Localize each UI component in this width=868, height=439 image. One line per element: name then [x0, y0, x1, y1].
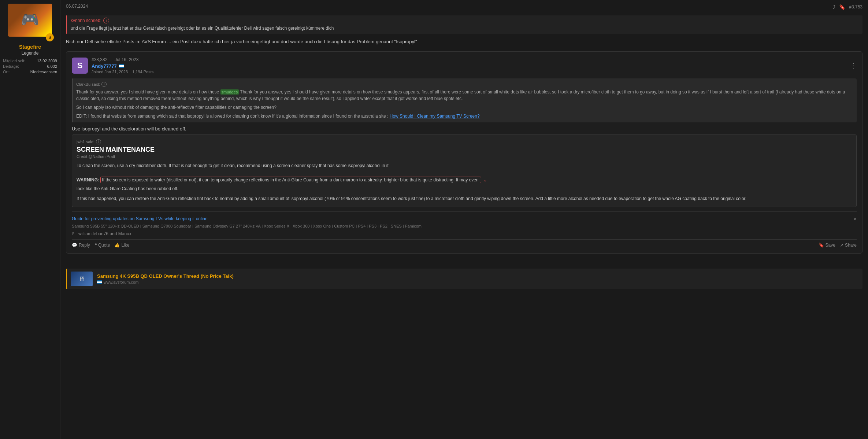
reply-button[interactable]: 💬 Reply — [72, 243, 90, 248]
inner-quote-author: ClarkBu said: i — [76, 81, 853, 88]
flag-icon: 🏳 — [72, 231, 76, 236]
linked-post-preview[interactable]: 🖥 Samsung 4K S95B QD OLED Owner's Thread… — [66, 269, 863, 289]
post-header-bar: ⤴ 🔖 #3.753 — [833, 4, 863, 10]
card-posts: 1,194 Posts — [132, 70, 153, 74]
may-even-text: may even — [460, 177, 479, 182]
card-meta-top: #38,382 · Jul 16, 2023 — [92, 57, 846, 63]
share-label: Share — [845, 243, 857, 248]
divider — [66, 261, 863, 261]
quote-author-text: kvnhnh schrieb: — [71, 18, 101, 23]
share-icon[interactable]: ⤴ — [833, 4, 835, 10]
beitraege-value: 6.002 — [47, 64, 57, 69]
preview-url-text: www.avsforum.com — [104, 280, 138, 284]
beitraege-label: Beiträge: — [3, 64, 19, 69]
card-more-icon[interactable]: ⋮ — [850, 62, 857, 70]
post-number: #3.753 — [849, 4, 863, 10]
card-date: Jul 16, 2023 — [115, 57, 138, 62]
highlight-smudges: smudges — [220, 89, 239, 95]
like-label: Like — [121, 243, 129, 248]
use-iso-text: Use isopropyl and the discoloration will… — [72, 126, 857, 132]
quote-text: und die Frage liegt ja jetzt hat er das … — [71, 25, 859, 32]
card-username[interactable]: Andy77777 — [92, 63, 117, 69]
jwb1-quote-author: jwb1 said: i — [77, 139, 852, 144]
flag-icon-preview — [97, 280, 102, 284]
card-user-info: #38,382 · Jul 16, 2023 Andy77777 Joined … — [92, 57, 846, 74]
bookmark-icon[interactable]: 🔖 — [839, 4, 845, 10]
quote-label: Quote — [98, 243, 110, 248]
user-title: Legende — [22, 51, 39, 56]
warning-label: WARNING: — [77, 177, 99, 182]
save-button[interactable]: 🔖 Save — [819, 243, 835, 248]
reply-label: Reply — [79, 243, 90, 248]
meta-ort: Ort: Niedersachsen — [3, 70, 57, 74]
share-action-icon: ↗ — [840, 243, 843, 248]
action-btns-right: 🔖 Save ↗ Share — [819, 243, 857, 248]
post-date: 06.07.2024 — [66, 4, 88, 9]
restore-text: If this has happened, you can restore th… — [77, 195, 852, 202]
embedded-card: S #38,382 · Jul 16, 2023 Andy77777 Joine… — [66, 51, 863, 254]
post-body: Nich nur Dell siehe etliche Posts im AVS… — [66, 38, 863, 46]
meta-mitglied: Mitglied seit: 13.02.2009 — [3, 59, 57, 63]
reactions-text: william.lebon76 and Manux — [78, 231, 131, 236]
screen-maint-credit: Credit @Nathan Pratt — [77, 154, 852, 159]
avatar-wrapper: S — [8, 4, 52, 40]
arrow-down-icon: ↓ — [483, 172, 487, 185]
inner-card-jwb1: jwb1 said: i SCREEN MAINTENANCE Credit @… — [72, 134, 857, 207]
samsung-clean-link[interactable]: How Should I Clean my Samsung TV Screen? — [390, 114, 480, 119]
card-post-num: #38,382 — [92, 57, 107, 62]
post-actions: 💬 Reply ❝ Quote 👍 Like 🔖 Save ↗ — [72, 239, 857, 248]
screen-maint-title: SCREEN MAINTENANCE — [77, 146, 852, 154]
card-footer-links: Guide for preventing updates on Samsung … — [72, 211, 857, 236]
sidebar: S Stagefire Legende Mitglied seit: 13.02… — [0, 0, 60, 439]
inner-quote-edit: EDIT: I found that website from samsung … — [76, 113, 853, 119]
like-button[interactable]: 👍 Like — [114, 243, 129, 248]
inner-quote-info-icon: i — [101, 82, 107, 87]
use-iso-underlined: Use isopropyl and the discoloration will… — [72, 126, 186, 132]
inner-quote-clarkbu: ClarkBu said: i Thank for you answer, ye… — [72, 78, 857, 123]
share-button[interactable]: ↗ Share — [840, 243, 857, 248]
ort-value: Niedersachsen — [30, 70, 57, 74]
card-header: S #38,382 · Jul 16, 2023 Andy77777 Joine… — [72, 57, 857, 74]
card-avatar: S — [72, 58, 88, 74]
ort-label: Ort: — [3, 70, 10, 74]
meta-beitraege: Beiträge: 6.002 — [3, 64, 57, 69]
avatar-badge: S — [46, 33, 54, 41]
save-label: Save — [826, 243, 835, 248]
user-meta: Mitglied seit: 13.02.2009 Beiträge: 6.00… — [3, 59, 57, 75]
clean-text: To clean the screen, use a dry microfibe… — [77, 162, 852, 169]
quote-button[interactable]: ❝ Quote — [94, 243, 110, 248]
inner-quote-body: Thank for you answer, yes I should have … — [76, 89, 853, 102]
spec-line: Samsung S95B 55" 120Hz QD-OLED | Samsung… — [72, 224, 857, 228]
mitglied-value: 13.02.2009 — [37, 59, 57, 63]
card-user-details: Joined Jan 21, 2023 1,194 Posts — [92, 70, 846, 74]
main-content: 06.07.2024 ⤴ 🔖 #3.753 kvnhnh schrieb: i … — [60, 0, 868, 439]
collapse-label: Guide for preventing updates on Samsung … — [72, 216, 208, 221]
quote-block: kvnhnh schrieb: i und die Frage liegt ja… — [66, 15, 863, 34]
quote-icon: ❝ — [94, 243, 97, 248]
avatar-image — [8, 4, 52, 37]
preview-url: www.avsforum.com — [97, 280, 234, 284]
quote-info-icon[interactable]: i — [103, 18, 109, 23]
warning-outlined-text: If the screen is exposed to water (disti… — [100, 177, 481, 183]
reply-icon: 💬 — [72, 243, 77, 248]
card-joined: Joined Jan 21, 2023 — [92, 70, 128, 74]
flag-sweden-icon — [119, 64, 124, 68]
username[interactable]: Stagefire — [19, 44, 41, 50]
preview-info: Samsung 4K S95B QD OLED Owner's Thread (… — [97, 273, 234, 284]
preview-title[interactable]: Samsung 4K S95B QD OLED Owner's Thread (… — [97, 273, 234, 279]
jwb1-info-icon: i — [96, 139, 101, 144]
mitglied-label: Mitglied seit: — [3, 59, 25, 63]
collapse-row[interactable]: Guide for preventing updates on Samsung … — [72, 215, 857, 223]
like-icon: 👍 — [114, 243, 120, 248]
inner-quote-cont: So I can apply iso without risk of damag… — [76, 104, 853, 111]
action-btns-left: 💬 Reply ❝ Quote 👍 Like — [72, 243, 129, 248]
quote-author: kvnhnh schrieb: i — [71, 18, 859, 23]
card-reactions: 🏳 william.lebon76 and Manux — [72, 231, 857, 236]
chevron-down-icon: ∨ — [853, 216, 857, 221]
card-user-row: Andy77777 — [92, 63, 846, 69]
preview-thumbnail: 🖥 — [71, 272, 93, 286]
warning-section: WARNING: If the screen is exposed to wat… — [77, 172, 852, 202]
save-icon: 🔖 — [819, 243, 824, 248]
warning-text: WARNING: If the screen is exposed to wat… — [77, 172, 852, 192]
